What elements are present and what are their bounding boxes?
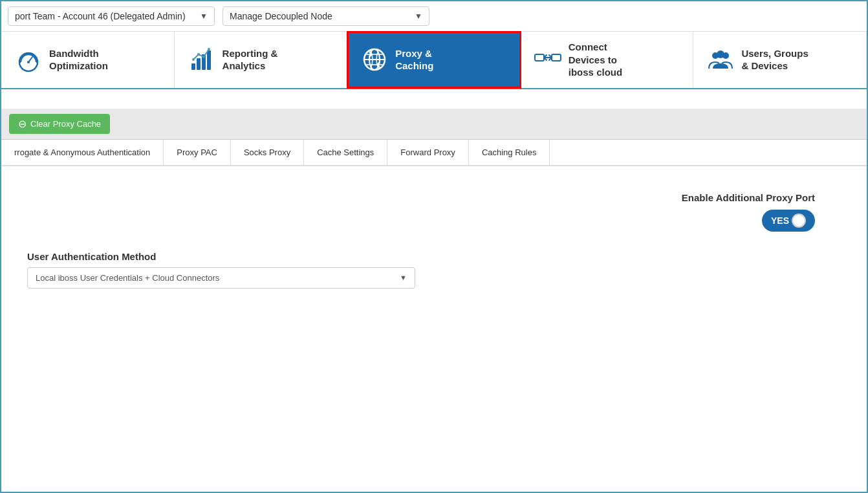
tab-socks-proxy[interactable]: Socks Proxy	[231, 140, 304, 165]
svg-point-24	[717, 50, 724, 58]
tab-proxy-pac[interactable]: Proxy PAC	[164, 140, 231, 165]
bandwidth-tile-label: BandwidthOptimization	[49, 47, 108, 72]
tab-forward-proxy[interactable]: Forward Proxy	[387, 140, 469, 165]
chart-icon	[188, 45, 216, 74]
tab-caching-rules[interactable]: Caching Rules	[469, 140, 550, 165]
svg-point-12	[202, 56, 205, 58]
nav-tiles: BandwidthOptimization Reporting &Analyti…	[1, 32, 867, 89]
gauge-icon	[14, 45, 43, 74]
svg-point-10	[192, 58, 195, 61]
tab-proxy-pac-label: Proxy PAC	[177, 148, 217, 157]
svg-rect-20	[552, 54, 561, 61]
nav-tile-connect-devices[interactable]: ConnectDevices toiboss cloud	[521, 32, 694, 88]
proxy-port-section: Enable Additional Proxy Port YES	[14, 192, 815, 232]
node-dropdown-text: Manage Decoupled Node	[230, 11, 409, 21]
devices-icon	[534, 45, 562, 74]
svg-rect-6	[191, 63, 195, 70]
tab-cache-settings-label: Cache Settings	[317, 148, 374, 157]
tab-surrogate-auth-label: rrogate & Anonymous Authentication	[14, 148, 150, 157]
auth-method-value: Local iboss User Credentials + Cloud Con…	[36, 273, 400, 283]
svg-rect-9	[207, 50, 211, 70]
tab-forward-proxy-label: Forward Proxy	[400, 148, 455, 157]
users-groups-tile-label: Users, Groups& Devices	[741, 47, 808, 72]
main-container: port Team - Account 46 (Delegated Admin)…	[0, 0, 868, 493]
top-bar: port Team - Account 46 (Delegated Admin)…	[1, 1, 867, 32]
content-area: Enable Additional Proxy Port YES User Au…	[1, 166, 867, 425]
toggle-yes-label: YES	[771, 215, 789, 226]
account-dropdown-text: port Team - Account 46 (Delegated Admin)	[15, 11, 195, 21]
svg-rect-19	[535, 54, 544, 61]
action-bar: ⊖ Clear Proxy Cache	[1, 109, 867, 140]
account-dropdown-arrow: ▼	[200, 12, 208, 21]
proxy-port-toggle[interactable]: YES	[762, 210, 815, 232]
spacer-row	[1, 89, 867, 109]
account-dropdown[interactable]: port Team - Account 46 (Delegated Admin)…	[8, 6, 215, 26]
connect-devices-tile-label: ConnectDevices toiboss cloud	[569, 41, 622, 79]
globe-icon	[360, 45, 389, 74]
node-dropdown[interactable]: Manage Decoupled Node ▼	[222, 6, 429, 26]
clear-cache-label: Clear Proxy Cache	[30, 119, 101, 129]
tab-cache-settings[interactable]: Cache Settings	[304, 140, 387, 165]
tab-socks-proxy-label: Socks Proxy	[244, 148, 290, 157]
toggle-handle	[792, 214, 806, 228]
auth-method-arrow: ▼	[400, 274, 407, 281]
reporting-tile-label: Reporting &Analytics	[222, 47, 278, 72]
tab-surrogate-auth[interactable]: rrogate & Anonymous Authentication	[1, 140, 164, 165]
nav-tile-proxy-caching[interactable]: Proxy &Caching	[347, 32, 521, 88]
nav-tile-bandwidth[interactable]: BandwidthOptimization	[1, 32, 175, 88]
users-icon	[706, 45, 735, 74]
tab-bar: rrogate & Anonymous Authentication Proxy…	[1, 140, 867, 166]
node-dropdown-arrow: ▼	[415, 12, 422, 21]
clear-proxy-cache-button[interactable]: ⊖ Clear Proxy Cache	[9, 114, 110, 134]
svg-rect-7	[197, 58, 201, 70]
nav-tile-reporting[interactable]: Reporting &Analytics	[175, 32, 348, 88]
auth-method-label: User Authentication Method	[27, 251, 841, 262]
svg-point-13	[208, 48, 210, 50]
tab-caching-rules-label: Caching Rules	[482, 148, 537, 157]
auth-method-select[interactable]: Local iboss User Credentials + Cloud Con…	[27, 267, 415, 289]
nav-tile-users-groups[interactable]: Users, Groups& Devices	[693, 32, 867, 88]
proxy-caching-tile-label: Proxy &Caching	[395, 47, 433, 72]
proxy-port-label: Enable Additional Proxy Port	[682, 192, 815, 203]
svg-point-2	[27, 61, 30, 63]
svg-point-11	[197, 53, 200, 56]
minus-circle-icon: ⊖	[18, 118, 27, 130]
auth-method-section: User Authentication Method Local iboss U…	[14, 251, 854, 289]
